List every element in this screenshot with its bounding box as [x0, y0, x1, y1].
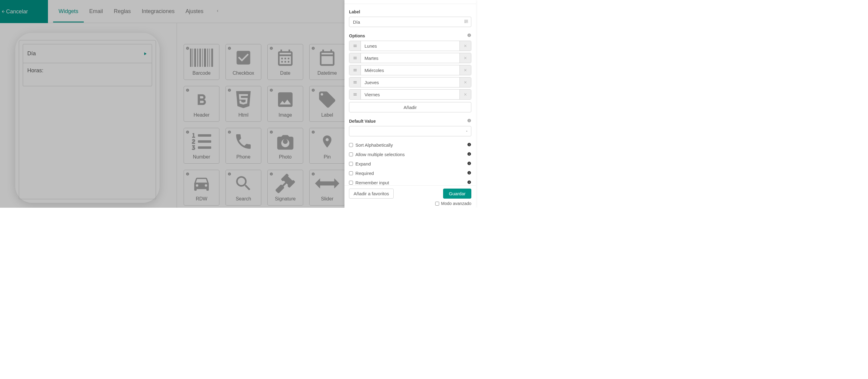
remove-option-button[interactable] — [460, 53, 471, 63]
info-icon[interactable] — [467, 171, 471, 176]
drag-handle-icon[interactable] — [349, 90, 361, 99]
option-input-4[interactable] — [361, 90, 460, 99]
sort-alphabetically-label: Sort Alphabetically — [355, 142, 393, 148]
drag-handle-icon[interactable] — [349, 65, 361, 75]
info-icon[interactable] — [467, 161, 471, 167]
required-checkbox[interactable]: Required — [349, 171, 374, 176]
option-row — [349, 77, 471, 87]
inspector-panel: Label Options — [344, 0, 476, 208]
sort-alphabetically-checkbox[interactable]: Sort Alphabetically — [349, 142, 393, 148]
info-icon[interactable] — [467, 118, 471, 124]
option-row — [349, 41, 471, 51]
option-input-1[interactable] — [361, 53, 460, 63]
add-to-favorites-button[interactable]: Añadir a favoritos — [349, 188, 394, 199]
list-fields-icon[interactable] — [463, 19, 469, 25]
info-icon[interactable] — [467, 152, 471, 157]
allow-multiple-label: Allow multiple selections — [355, 152, 405, 157]
option-row — [349, 89, 471, 99]
default-value-section-title: Default Value — [349, 119, 376, 124]
option-row — [349, 53, 471, 63]
expand-checkbox[interactable]: Expand — [349, 161, 371, 167]
label-section-title: Label — [349, 9, 360, 14]
modal-overlay[interactable] — [0, 0, 344, 208]
remember-input-checkbox[interactable]: Remember input — [349, 180, 389, 185]
option-input-0[interactable] — [361, 41, 460, 51]
label-input[interactable] — [349, 17, 471, 27]
advanced-mode-label: Modo avanzado — [441, 201, 471, 206]
remember-input-label: Remember input — [355, 180, 389, 185]
remove-option-button[interactable] — [460, 78, 471, 87]
required-label: Required — [355, 171, 374, 176]
drag-handle-icon[interactable] — [349, 78, 361, 87]
caret-down-icon — [465, 129, 468, 134]
expand-label: Expand — [355, 161, 371, 167]
info-icon[interactable] — [467, 142, 471, 148]
options-section-title: Options — [349, 33, 365, 38]
advanced-mode-checkbox[interactable]: Modo avanzado — [435, 201, 471, 206]
info-icon[interactable] — [467, 180, 471, 185]
drag-handle-icon[interactable] — [349, 53, 361, 63]
save-button[interactable]: Guardar — [443, 188, 471, 199]
option-input-3[interactable] — [361, 78, 460, 87]
remove-option-button[interactable] — [460, 41, 471, 51]
default-value-select[interactable] — [349, 126, 471, 136]
info-icon[interactable] — [467, 33, 471, 38]
allow-multiple-checkbox[interactable]: Allow multiple selections — [349, 152, 405, 157]
remove-option-button[interactable] — [460, 90, 471, 99]
option-row — [349, 65, 471, 75]
drag-handle-icon[interactable] — [349, 41, 361, 51]
add-option-button[interactable]: Añadir — [349, 102, 471, 112]
remove-option-button[interactable] — [460, 65, 471, 75]
option-input-2[interactable] — [361, 65, 460, 75]
